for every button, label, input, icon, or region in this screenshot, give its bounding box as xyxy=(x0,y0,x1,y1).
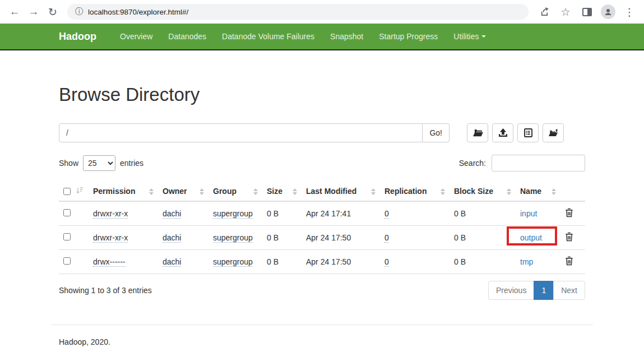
browser-toolbar: ← → ↻ ⓘ localhost:9870/explorer.html#/ ☆… xyxy=(0,0,644,24)
sort-icon xyxy=(200,188,204,195)
replication-value[interactable]: 0 xyxy=(384,209,389,219)
directory-link-output[interactable]: output xyxy=(520,233,542,242)
nav-item-datanodes[interactable]: Datanodes xyxy=(160,24,214,49)
search-input[interactable] xyxy=(492,155,585,172)
entries-label: entries xyxy=(120,159,143,168)
nav-item-overview[interactable]: Overview xyxy=(112,24,160,49)
size-value: 0 B xyxy=(267,233,279,242)
footer-divider xyxy=(51,325,593,325)
trash-icon xyxy=(565,208,573,219)
column-header-size[interactable]: Size xyxy=(262,182,302,201)
side-panel-icon[interactable] xyxy=(578,3,596,21)
nav-item-startup-progress[interactable]: Startup Progress xyxy=(371,24,446,49)
file-list-button[interactable] xyxy=(517,123,539,142)
last-modified-value: Apr 24 17:41 xyxy=(306,209,351,218)
search-label: Search: xyxy=(459,159,486,168)
last-modified-value: Apr 24 17:50 xyxy=(306,233,351,242)
reload-icon[interactable]: ↻ xyxy=(44,3,62,21)
open-folder-icon xyxy=(472,129,483,137)
delete-button[interactable] xyxy=(565,232,573,243)
directory-link-input[interactable]: input xyxy=(520,209,537,218)
trash-icon xyxy=(565,232,573,243)
group-value[interactable]: supergroup xyxy=(213,209,253,219)
replication-value[interactable]: 0 xyxy=(384,233,389,243)
column-header-replication[interactable]: Replication xyxy=(380,182,450,201)
table-controls: Show 25 entries Search: xyxy=(59,155,585,172)
table-header-row: Permission Owner Group Size Last Modifie… xyxy=(59,182,585,201)
last-modified-value: Apr 24 17:50 xyxy=(306,257,351,266)
pagination-previous[interactable]: Previous xyxy=(488,281,534,300)
delete-button[interactable] xyxy=(565,256,573,267)
list-file-icon xyxy=(524,128,532,137)
nav-item-snapshot[interactable]: Snapshot xyxy=(322,24,371,49)
permission-value[interactable]: drwxr-xr-x xyxy=(93,233,128,243)
sort-icon xyxy=(441,188,445,195)
permission-value[interactable]: drwx------ xyxy=(93,257,126,267)
nav-item-utilities-dropdown[interactable]: Utilities xyxy=(446,24,494,49)
permission-value[interactable]: drwxr-xr-x xyxy=(93,209,128,219)
directory-table: Permission Owner Group Size Last Modifie… xyxy=(59,182,585,274)
upload-icon xyxy=(498,128,508,137)
kebab-menu-icon[interactable]: ⋮ xyxy=(620,3,638,21)
profile-avatar[interactable] xyxy=(599,3,617,21)
row-checkbox[interactable] xyxy=(63,209,71,216)
sort-icon xyxy=(293,188,297,195)
group-value[interactable]: supergroup xyxy=(213,257,253,267)
table-row: drwxr-xr-x dachi supergroup 0 B Apr 24 1… xyxy=(59,201,585,226)
column-header-actions xyxy=(560,182,585,201)
column-header-group[interactable]: Group xyxy=(209,182,262,201)
site-info-icon[interactable]: ⓘ xyxy=(75,7,83,17)
size-value: 0 B xyxy=(267,209,279,218)
path-toolbar: Go! xyxy=(59,123,585,142)
row-checkbox[interactable] xyxy=(63,257,71,265)
share-icon[interactable] xyxy=(535,3,553,21)
column-header-select-all[interactable] xyxy=(59,182,89,201)
size-value: 0 B xyxy=(267,257,279,266)
chevron-down-icon xyxy=(481,35,486,38)
table-row: drwx------ dachi supergroup 0 B Apr 24 1… xyxy=(59,250,585,274)
row-checkbox[interactable] xyxy=(63,233,71,240)
move-paste-button[interactable] xyxy=(543,123,564,142)
table-footer: Showing 1 to 3 of 3 entries Previous 1 N… xyxy=(59,281,585,300)
address-bar[interactable]: ⓘ localhost:9870/explorer.html#/ xyxy=(67,4,529,20)
select-all-checkbox[interactable] xyxy=(63,188,71,195)
sort-icon xyxy=(552,188,556,195)
upload-files-button[interactable] xyxy=(492,123,513,142)
owner-value[interactable]: dachi xyxy=(163,233,181,243)
sort-icon xyxy=(371,188,376,195)
block-size-value: 0 B xyxy=(454,209,466,218)
column-header-owner[interactable]: Owner xyxy=(158,182,209,201)
pagination-next[interactable]: Next xyxy=(553,281,585,300)
page-title: Browse Directory xyxy=(59,84,585,105)
bookmark-star-icon[interactable]: ☆ xyxy=(557,3,574,21)
create-directory-button[interactable] xyxy=(467,123,488,142)
folder-move-icon xyxy=(548,128,559,137)
owner-value[interactable]: dachi xyxy=(163,209,181,219)
group-value[interactable]: supergroup xyxy=(213,233,253,243)
replication-value[interactable]: 0 xyxy=(384,257,389,267)
go-button[interactable]: Go! xyxy=(423,123,450,142)
entries-summary: Showing 1 to 3 of 3 entries xyxy=(59,286,152,295)
owner-value[interactable]: dachi xyxy=(163,257,181,267)
table-row: drwxr-xr-x dachi supergroup 0 B Apr 24 1… xyxy=(59,226,585,250)
nav-item-datanode-volume-failures[interactable]: Datanode Volume Failures xyxy=(214,24,322,49)
column-header-last-modified[interactable]: Last Modified xyxy=(302,182,380,201)
show-label: Show xyxy=(59,159,78,168)
back-icon[interactable]: ← xyxy=(6,3,24,21)
pagination: Previous 1 Next xyxy=(488,281,585,300)
directory-path-input[interactable] xyxy=(59,123,423,142)
column-header-block-size[interactable]: Block Size xyxy=(450,182,516,201)
column-header-permission[interactable]: Permission xyxy=(89,182,158,201)
forward-icon[interactable]: → xyxy=(25,3,43,21)
sort-icon xyxy=(149,188,154,195)
page-size-select[interactable]: 25 xyxy=(83,155,115,171)
navbar-brand-hadoop[interactable]: Hadoop xyxy=(59,31,96,43)
sort-icon xyxy=(507,188,511,195)
pagination-page-1[interactable]: 1 xyxy=(534,281,554,300)
url-text: localhost:9870/explorer.html#/ xyxy=(88,8,188,16)
block-size-value: 0 B xyxy=(454,233,466,242)
delete-button[interactable] xyxy=(565,208,573,219)
column-header-name[interactable]: Name xyxy=(516,182,560,201)
sort-rows-icon xyxy=(76,187,83,196)
directory-link-tmp[interactable]: tmp xyxy=(520,257,533,266)
